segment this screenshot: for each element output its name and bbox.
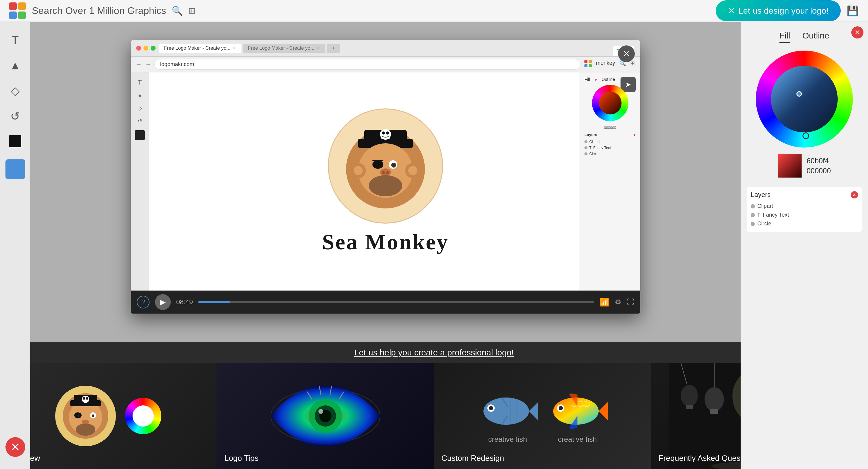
vc-volume-icon[interactable]: 📶 xyxy=(599,298,609,307)
grid-icon[interactable]: ⊞ xyxy=(188,6,195,16)
mini-undo-tool[interactable]: ↺ xyxy=(138,118,142,124)
close-sidebar-button[interactable]: ✕ xyxy=(5,437,25,457)
layer-text-icon: T xyxy=(757,212,760,218)
design-logo-button[interactable]: ✕ Let us design your logo! xyxy=(716,0,841,21)
layers-close-button[interactable]: ✕ xyxy=(851,191,858,198)
vc-play-icon: ▶ xyxy=(160,298,165,306)
layer-fancytext[interactable]: T Fancy Text xyxy=(751,210,858,220)
square-tool[interactable] xyxy=(9,135,21,147)
vc-play-button[interactable]: ▶ xyxy=(155,294,171,310)
app-logo xyxy=(9,2,26,19)
svg-rect-3 xyxy=(18,11,26,19)
color-preview-row: 60b0f4 000000 xyxy=(778,154,831,178)
color-wheel[interactable] xyxy=(756,51,853,147)
layer-fancytext-label: Fancy Text xyxy=(763,212,789,218)
close-sidebar-icon: ✕ xyxy=(10,440,20,454)
mini-dot xyxy=(584,140,587,143)
close-right-panel-button[interactable]: ✕ xyxy=(851,26,863,38)
mini-color-inner xyxy=(599,92,621,114)
vc-gear-icon[interactable]: ⚙ xyxy=(615,298,621,306)
fill-outline-tabs: Fill Outline xyxy=(779,31,829,43)
vc-help-button[interactable]: ? xyxy=(137,296,150,308)
sea-monkey-logo: Sea Monkey xyxy=(322,108,449,255)
video-modal-overlay: Free Logo Maker - Create yo... ✕ Free Lo… xyxy=(30,22,741,469)
browser-address-bar-row: ← → logomakr.com monkey 🔍 ⊞ 1538 xyxy=(131,57,640,72)
browser-tab-new-icon: + xyxy=(332,45,335,51)
browser-tab-new[interactable]: + xyxy=(327,44,340,53)
layer-circle[interactable]: Circle xyxy=(751,220,858,228)
svg-rect-0 xyxy=(9,2,17,10)
vc-time-display: 08:49 xyxy=(176,298,193,306)
svg-point-29 xyxy=(408,166,417,175)
layer-circle-label: Circle xyxy=(757,221,771,227)
text-tool[interactable]: T xyxy=(11,34,19,47)
nav-forward-btn[interactable]: → xyxy=(145,61,151,68)
blue-tool-box[interactable] xyxy=(5,159,25,179)
fill-tab[interactable]: Fill xyxy=(779,31,790,43)
vc-progress-bar[interactable] xyxy=(198,301,594,303)
video-modal: Free Logo Maker - Create yo... ✕ Free Lo… xyxy=(131,40,640,313)
browser-content: T ● ◇ ↺ xyxy=(131,72,640,291)
traffic-light-green[interactable] xyxy=(151,46,156,51)
layers-section: Layers ✕ Clipart T Fancy Text Circle xyxy=(747,187,862,232)
undo-tool[interactable]: ↺ xyxy=(10,110,20,123)
svg-point-13 xyxy=(386,132,389,135)
search-text-label: Search Over 1 Million Graphics xyxy=(32,5,166,16)
layer-dot xyxy=(751,204,755,208)
mini-hex-display: 000000 xyxy=(584,126,636,130)
browser-grid-icon[interactable]: ⊞ xyxy=(630,60,635,69)
mini-dot xyxy=(584,153,587,156)
mini-layers-close[interactable]: ● xyxy=(633,132,636,137)
browser-chrome: Free Logo Maker - Create yo... ✕ Free Lo… xyxy=(131,40,640,57)
video-close-icon: ✕ xyxy=(623,49,630,59)
layers-title: Layers xyxy=(751,191,771,199)
traffic-light-red[interactable] xyxy=(136,46,141,51)
triangle-tool[interactable]: ▲ xyxy=(9,59,21,72)
mini-clipart-label: Clipart xyxy=(589,140,600,144)
mini-layer-fancytext[interactable]: T Fancy Text xyxy=(584,145,636,151)
color-swatch[interactable] xyxy=(778,154,802,178)
mini-outline-tab[interactable]: ● xyxy=(594,77,597,82)
svg-point-22 xyxy=(380,168,391,176)
mini-fancytext-label: Fancy Text xyxy=(593,146,611,150)
mini-layer-clipart[interactable]: Clipart xyxy=(584,139,636,145)
mini-color-wheel[interactable] xyxy=(592,85,628,121)
left-sidebar: T ▲ ◇ ↺ ✕ xyxy=(0,22,30,469)
mini-layer-circle[interactable]: Circle xyxy=(584,151,636,157)
sea-monkey-text: Sea Monkey xyxy=(322,230,449,255)
browser-tab-1-label: Free Logo Maker - Create yo... xyxy=(164,45,230,51)
video-controls: ? ▶ 08:49 📶 ⚙ ⛶ xyxy=(131,291,640,313)
svg-point-12 xyxy=(382,132,385,135)
diamond-tool[interactable]: ◇ xyxy=(11,84,20,98)
browser-tab-2-label: Free Logo Maker - Create yo... xyxy=(248,45,314,51)
video-close-button[interactable]: ✕ xyxy=(618,45,635,62)
layer-clipart[interactable]: Clipart xyxy=(751,202,858,210)
layer-dot xyxy=(751,222,755,226)
outline-tab[interactable]: Outline xyxy=(803,31,830,43)
browser-address[interactable]: logomakr.com xyxy=(154,59,581,70)
browser-tab-1-close[interactable]: ✕ xyxy=(233,46,236,50)
browser-tabs: Free Logo Maker - Create yo... ✕ Free Lo… xyxy=(159,44,635,53)
vc-fullscreen-icon[interactable]: ⛶ xyxy=(627,298,634,306)
mini-circle-tool[interactable]: ● xyxy=(138,92,142,99)
mini-fill-tab[interactable]: Fill xyxy=(584,77,590,82)
search-icon[interactable]: 🔍 xyxy=(172,5,183,16)
app-logo-mini xyxy=(584,60,592,69)
svg-rect-7 xyxy=(589,64,592,67)
save-icon[interactable]: 💾 xyxy=(847,5,859,16)
browser-tab-2[interactable]: Free Logo Maker - Create yo... ✕ xyxy=(243,44,326,53)
browser-tab-2-close[interactable]: ✕ xyxy=(317,46,320,50)
mini-text-tool[interactable]: T xyxy=(138,78,142,86)
svg-rect-6 xyxy=(584,64,587,67)
svg-point-23 xyxy=(382,171,385,174)
mini-outline-tab-label[interactable]: Outline xyxy=(601,77,615,82)
close-right-panel-icon: ✕ xyxy=(855,29,860,36)
browser-tab-1[interactable]: Free Logo Maker - Create yo... ✕ xyxy=(159,44,241,53)
traffic-light-yellow[interactable] xyxy=(144,46,148,51)
mini-diamond-tool[interactable]: ◇ xyxy=(138,105,142,111)
mini-square-tool[interactable] xyxy=(135,130,145,140)
mini-t-icon: T xyxy=(589,146,591,150)
nav-back-btn[interactable]: ← xyxy=(136,61,142,68)
top-bar: Search Over 1 Million Graphics 🔍 ⊞ ✕ Let… xyxy=(0,0,868,22)
traffic-lights xyxy=(136,46,156,51)
